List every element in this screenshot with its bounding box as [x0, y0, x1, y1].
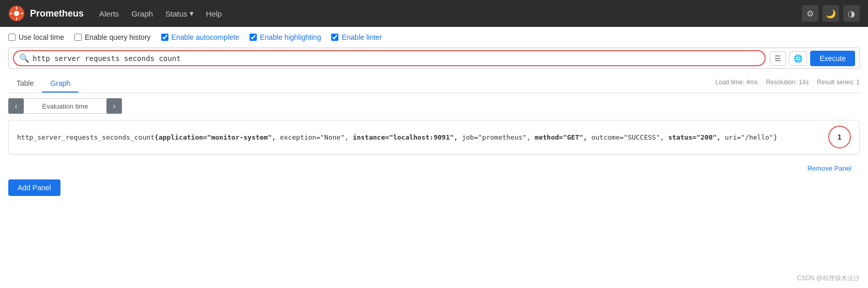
- svg-rect-2: [16, 7, 17, 9]
- result-metric: http_server_requests_seconds_count{appli…: [17, 133, 777, 141]
- eval-prev-button[interactable]: ‹: [8, 98, 24, 114]
- remove-panel-link[interactable]: Remove Panel: [808, 164, 851, 172]
- contrast-icon-btn[interactable]: ◑: [843, 5, 860, 22]
- query-input-wrapper: 🔍: [13, 50, 766, 66]
- theme-moon-icon-btn[interactable]: 🌙: [823, 5, 839, 22]
- tabs-row: Table Graph Load time: 4ms Resolution: 1…: [8, 75, 860, 93]
- info-icon-btn[interactable]: 🌐: [789, 51, 807, 66]
- list-icon-btn[interactable]: ☰: [770, 51, 786, 66]
- table-row: http_server_requests_seconds_count{appli…: [9, 120, 859, 154]
- svg-rect-3: [16, 18, 17, 20]
- svg-rect-4: [10, 13, 12, 14]
- navbar-icon-group: ⚙ 🌙 ◑: [802, 5, 860, 22]
- prometheus-logo-icon: [8, 5, 25, 22]
- navbar: Prometheus Alerts Graph Status ▾ Help ⚙ …: [0, 0, 868, 27]
- resolution: Resolution: 14s: [766, 79, 809, 86]
- nav-links: Alerts Graph Status ▾ Help: [94, 6, 227, 21]
- tab-graph[interactable]: Graph: [42, 75, 79, 93]
- query-bar: 🔍 ☰ 🌐 Execute: [8, 48, 860, 69]
- enable-autocomplete-option[interactable]: Enable autocomplete: [161, 33, 240, 41]
- use-local-time-option[interactable]: Use local time: [8, 33, 64, 41]
- tab-table[interactable]: Table: [8, 75, 42, 93]
- enable-highlighting-option[interactable]: Enable highlighting: [250, 33, 321, 41]
- enable-autocomplete-checkbox[interactable]: [161, 34, 168, 41]
- enable-linter-checkbox[interactable]: [331, 34, 338, 41]
- execute-button[interactable]: Execute: [810, 51, 855, 66]
- result-value: 1: [828, 126, 851, 148]
- enable-highlighting-checkbox[interactable]: [250, 34, 257, 41]
- nav-help[interactable]: Help: [201, 6, 227, 21]
- add-panel-button[interactable]: Add Panel: [8, 179, 60, 196]
- eval-time-row: ‹ Evaluation time ›: [8, 98, 860, 114]
- main-content: Use local time Enable query history Enab…: [0, 27, 868, 288]
- eval-next-button[interactable]: ›: [106, 98, 122, 114]
- brand-title: Prometheus: [30, 8, 84, 19]
- options-bar: Use local time Enable query history Enab…: [8, 33, 860, 41]
- enable-linter-option[interactable]: Enable linter: [331, 33, 382, 41]
- settings-icon-btn[interactable]: ⚙: [802, 5, 818, 22]
- enable-query-history-option[interactable]: Enable query history: [74, 33, 151, 41]
- enable-query-history-checkbox[interactable]: [74, 34, 82, 41]
- search-icon: 🔍: [19, 53, 29, 63]
- brand-logo[interactable]: Prometheus: [8, 5, 84, 22]
- svg-rect-5: [21, 13, 23, 14]
- svg-point-1: [14, 11, 19, 16]
- eval-time-display: Evaluation time: [24, 98, 106, 114]
- load-time: Load time: 4ms: [716, 79, 758, 86]
- result-tabs: Table Graph: [8, 75, 79, 93]
- nav-alerts[interactable]: Alerts: [94, 6, 124, 21]
- result-series: Result series: 1: [817, 79, 860, 86]
- query-actions: ☰ 🌐 Execute: [770, 51, 855, 66]
- results-area: http_server_requests_seconds_count{appli…: [8, 120, 860, 155]
- use-local-time-checkbox[interactable]: [8, 34, 16, 41]
- footer: CSDN @程序猿木法沙: [797, 274, 860, 283]
- nav-graph[interactable]: Graph: [126, 6, 158, 21]
- remove-panel-section: Remove Panel: [8, 161, 860, 175]
- nav-status[interactable]: Status ▾: [160, 6, 199, 21]
- query-input[interactable]: [33, 54, 760, 63]
- query-meta: Load time: 4ms Resolution: 14s Result se…: [716, 79, 860, 89]
- chevron-down-icon: ▾: [190, 9, 194, 18]
